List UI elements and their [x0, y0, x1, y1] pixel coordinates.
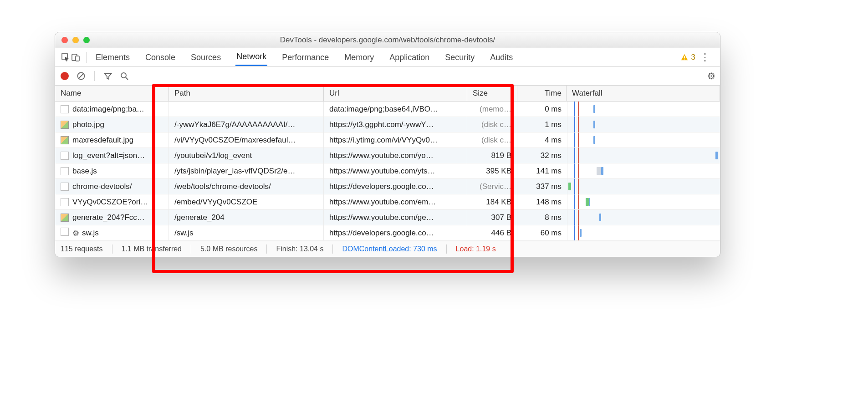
cell-name: base.js: [55, 163, 169, 178]
image-file-icon: [61, 214, 69, 222]
divider: [266, 244, 267, 254]
filter-icon[interactable]: [103, 71, 113, 81]
cell-url: https://developers.google.co…: [324, 179, 467, 194]
cell-path: /vi/VYyQv0CSZOE/maxresdefaul…: [169, 132, 324, 148]
status-resources: 5.0 MB resources: [200, 245, 257, 253]
window-title: DevTools - developers.google.com/web/too…: [280, 36, 495, 45]
waterfall-bar: [593, 121, 595, 128]
table-row[interactable]: data:image/png;ba…data:image/png;base64,…: [55, 102, 720, 117]
clear-icon[interactable]: [76, 71, 86, 81]
cell-waterfall: [567, 194, 720, 209]
cell-name: log_event?alt=json…: [55, 148, 169, 163]
status-finish: Finish: 13.04 s: [276, 245, 323, 253]
row-name: base.js: [72, 167, 97, 176]
tab-elements[interactable]: Elements: [95, 50, 131, 65]
cell-path: /generate_204: [169, 210, 324, 225]
table-row[interactable]: photo.jpg/-ywwYkaJ6E7g/AAAAAAAAAAI/…http…: [55, 117, 720, 132]
row-name: chrome-devtools/: [72, 182, 132, 191]
cell-size: 819 B: [467, 148, 517, 163]
cell-size: 307 B: [467, 210, 517, 225]
tab-security[interactable]: Security: [444, 50, 475, 65]
cell-time: 1 ms: [517, 117, 567, 132]
svg-point-7: [121, 73, 126, 78]
tab-memory[interactable]: Memory: [343, 50, 375, 65]
cell-waterfall: [567, 117, 720, 132]
waterfall-bar: [593, 136, 595, 144]
waterfall-bar: [580, 229, 582, 237]
titlebar: DevTools - developers.google.com/web/too…: [55, 32, 720, 48]
window-close-button[interactable]: [61, 37, 68, 43]
devtools-window: DevTools - developers.google.com/web/too…: [55, 32, 720, 257]
cell-url: https://i.ytimg.com/vi/VYyQv0…: [324, 132, 467, 148]
cell-waterfall: [567, 163, 720, 178]
record-button[interactable]: [60, 71, 70, 81]
cell-name: generate_204?Fcc…: [55, 210, 169, 225]
cell-url: https://yt3.ggpht.com/-ywwY…: [324, 117, 467, 132]
more-menu-icon[interactable]: ⋮: [695, 51, 715, 63]
cell-name: VYyQv0CSZOE?ori…: [55, 194, 169, 209]
search-icon[interactable]: [119, 71, 129, 81]
column-header-time[interactable]: Time: [517, 86, 567, 101]
file-icon: [61, 228, 69, 236]
cell-path: /-ywwYkaJ6E7g/AAAAAAAAAAI/…: [169, 117, 324, 132]
warning-badge[interactable]: 3: [680, 53, 695, 62]
cell-name: chrome-devtools/: [55, 179, 169, 194]
tab-performance[interactable]: Performance: [281, 50, 330, 65]
cell-url: https://www.youtube.com/em…: [324, 194, 467, 209]
window-minimize-button[interactable]: [72, 37, 79, 43]
waterfall-bar: [568, 183, 572, 190]
tab-network[interactable]: Network: [235, 49, 267, 66]
tab-console[interactable]: Console: [144, 50, 176, 65]
status-bar: 115 requests 1.1 MB transferred 5.0 MB r…: [55, 241, 720, 257]
table-row[interactable]: base.js/yts/jsbin/player_ias-vflVQDSr2/e…: [55, 163, 720, 179]
cell-waterfall: [567, 148, 720, 163]
cell-url: data:image/png;base64,iVBO…: [324, 102, 467, 117]
cell-url: https://www.youtube.com/yts…: [324, 163, 467, 178]
svg-rect-3: [684, 56, 685, 58]
divider: [112, 244, 112, 254]
svg-rect-4: [684, 59, 685, 60]
tab-audits[interactable]: Audits: [489, 50, 514, 65]
waterfall-bar: [589, 198, 590, 206]
table-row[interactable]: maxresdefault.jpg/vi/VYyQv0CSZOE/maxresd…: [55, 132, 720, 148]
image-file-icon: [61, 121, 69, 129]
cell-url: https://www.youtube.com/ge…: [324, 210, 467, 225]
cell-waterfall: [567, 132, 720, 148]
column-header-size[interactable]: Size: [467, 86, 517, 101]
cell-size: (disk c…: [467, 132, 517, 148]
table-row[interactable]: VYyQv0CSZOE?ori…/embed/VYyQv0CSZOEhttps:…: [55, 194, 720, 210]
table-row[interactable]: ⚙sw.js/sw.jshttps://developers.google.co…: [55, 225, 720, 241]
table-body: data:image/png;ba…data:image/png;base64,…: [55, 102, 720, 241]
row-name: data:image/png;ba…: [72, 105, 144, 114]
status-transferred: 1.1 MB transferred: [122, 245, 182, 253]
settings-icon[interactable]: ⚙: [707, 71, 715, 81]
image-file-icon: [61, 136, 69, 144]
status-load: Load: 1.19 s: [456, 245, 496, 253]
column-header-path[interactable]: Path: [169, 86, 324, 101]
table-row[interactable]: log_event?alt=json…/youtubei/v1/log_even…: [55, 148, 720, 163]
table-row[interactable]: generate_204?Fcc…/generate_204https://ww…: [55, 210, 720, 225]
column-header-waterfall[interactable]: Waterfall: [567, 86, 720, 101]
inspect-icon[interactable]: [61, 52, 71, 62]
cell-time: 148 ms: [517, 194, 567, 209]
warning-count: 3: [691, 53, 695, 62]
panel-tabs: ElementsConsoleSourcesNetworkPerformance…: [55, 48, 720, 67]
device-toggle-icon[interactable]: [71, 52, 81, 62]
cell-path: /sw.js: [169, 225, 324, 240]
window-maximize-button[interactable]: [83, 37, 90, 43]
waterfall-bar: [593, 105, 595, 113]
row-name: photo.jpg: [72, 120, 104, 129]
column-header-url[interactable]: Url: [324, 86, 467, 101]
cell-path: /embed/VYyQv0CSZOE: [169, 194, 324, 209]
column-header-name[interactable]: Name: [55, 86, 169, 101]
tab-sources[interactable]: Sources: [190, 50, 222, 65]
divider: [446, 244, 447, 254]
tab-application[interactable]: Application: [388, 50, 430, 65]
row-name: VYyQv0CSZOE?ori…: [72, 198, 148, 207]
divider: [332, 244, 333, 254]
table-row[interactable]: chrome-devtools//web/tools/chrome-devtoo…: [55, 179, 720, 194]
cell-time: 4 ms: [517, 132, 567, 148]
cell-name: photo.jpg: [55, 117, 169, 132]
svg-rect-2: [76, 56, 79, 61]
cell-name: ⚙sw.js: [55, 225, 169, 240]
